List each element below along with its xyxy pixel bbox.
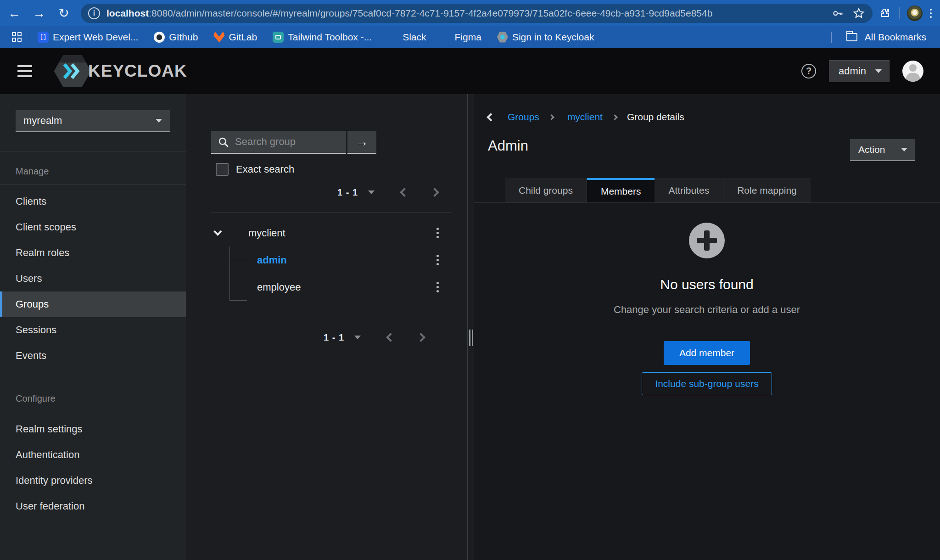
user-dropdown[interactable]: admin xyxy=(829,60,890,82)
tab-attributes[interactable]: Attributes xyxy=(655,178,723,203)
breadcrumb-link-myclient[interactable]: myclient xyxy=(567,112,603,123)
bookmark-label: Slack xyxy=(403,32,426,43)
pagination-options-icon[interactable] xyxy=(368,190,375,194)
toolbar-separator xyxy=(899,7,900,19)
help-icon[interactable]: ? xyxy=(801,64,816,78)
keycloak-brand[interactable]: KEYCLOAK xyxy=(50,55,187,87)
sidebar-item-users[interactable]: Users xyxy=(0,266,186,291)
keycloak-favicon xyxy=(497,32,508,43)
sidebar-divider xyxy=(0,184,186,185)
bookmark-label: Expert Web Devel... xyxy=(53,32,138,43)
all-bookmarks-button[interactable]: All Bookmarks xyxy=(865,32,926,43)
detail-tabs: Child groups Members Attributes Role map… xyxy=(505,178,811,203)
brand-text: KEYCLOAK xyxy=(88,62,187,81)
breadcrumb-back-icon[interactable] xyxy=(487,113,495,121)
expand-toggle-icon[interactable] xyxy=(213,227,222,235)
search-submit-button[interactable]: → xyxy=(347,131,376,154)
nav-item-label: Clients xyxy=(16,196,46,207)
sidebar-nav: myrealm Manage Clients Client scopes Rea… xyxy=(0,94,186,560)
sidebar-item-groups[interactable]: Groups xyxy=(0,291,186,317)
browser-toolbar: ← → ↻ i localhost:8080/admin/master/cons… xyxy=(0,0,940,26)
tailwind-favicon xyxy=(273,32,284,43)
tab-members[interactable]: Members xyxy=(587,178,655,203)
bookmark-gitlab[interactable]: GitLab xyxy=(213,32,257,43)
browser-profile-avatar[interactable] xyxy=(907,6,923,21)
tab-role-mapping[interactable]: Role mapping xyxy=(723,178,811,203)
nav-item-label: Realm settings xyxy=(16,423,83,435)
bookmark-label: GIthub xyxy=(169,32,198,43)
tree-row-admin[interactable]: admin xyxy=(186,246,467,274)
chevron-down-icon xyxy=(156,119,162,123)
add-member-button[interactable]: Add member xyxy=(664,341,750,365)
bookmark-expert-web[interactable]: [] Expert Web Devel... xyxy=(38,32,138,43)
nav-item-label: User federation xyxy=(16,500,84,512)
tree-row-employee[interactable]: employee xyxy=(186,274,467,301)
action-dropdown-button[interactable]: Action xyxy=(850,139,915,161)
chevron-down-icon xyxy=(901,148,907,151)
pagination-top: 1 - 1 xyxy=(337,184,438,201)
group-child-label[interactable]: employee xyxy=(257,281,301,293)
user-avatar[interactable] xyxy=(902,61,923,82)
bookmark-github[interactable]: GIthub xyxy=(154,32,198,43)
section-label-configure: Configure xyxy=(16,393,56,404)
forward-icon[interactable]: → xyxy=(28,3,50,24)
reload-icon[interactable]: ↻ xyxy=(53,3,74,24)
nav-item-label: Events xyxy=(16,350,46,362)
resize-grip-icon xyxy=(469,330,473,346)
sidebar-item-sessions[interactable]: Sessions xyxy=(0,317,186,343)
sidebar-item-user-federation[interactable]: User federation xyxy=(0,493,186,519)
nav-item-label: Sessions xyxy=(16,324,56,336)
kebab-menu-icon[interactable] xyxy=(434,225,442,241)
sidebar-item-realm-roles[interactable]: Realm roles xyxy=(0,240,186,266)
search-icon xyxy=(218,136,229,148)
user-dropdown-label: admin xyxy=(839,65,866,77)
sidebar-item-events[interactable]: Events xyxy=(0,343,186,369)
kebab-menu-icon[interactable] xyxy=(434,279,442,295)
extensions-icon[interactable] xyxy=(879,7,892,20)
sidebar-item-clients[interactable]: Clients xyxy=(0,189,186,214)
address-bar[interactable]: i localhost:8080/admin/master/console/#/… xyxy=(81,4,873,23)
site-info-icon[interactable]: i xyxy=(88,7,100,19)
bookmark-tailwind-toolbox[interactable]: Tailwind Toolbox -... xyxy=(273,32,372,43)
folder-icon xyxy=(846,33,857,41)
url-text[interactable]: localhost:8080/admin/master/console/#/my… xyxy=(106,8,826,19)
exact-search-checkbox[interactable] xyxy=(216,163,229,176)
nav-item-label: Groups xyxy=(16,298,49,310)
plus-circle-icon xyxy=(689,223,725,258)
tree-row-myclient[interactable]: myclient xyxy=(186,219,467,246)
previous-page-icon[interactable] xyxy=(386,333,395,342)
chevron-down-icon xyxy=(875,69,882,73)
sidebar-item-client-scopes[interactable]: Client scopes xyxy=(0,214,186,240)
pagination-range: 1 - 1 xyxy=(337,187,358,198)
next-page-icon[interactable] xyxy=(430,188,439,197)
realm-selector[interactable]: myrealm xyxy=(16,110,170,132)
password-key-icon[interactable] xyxy=(831,7,844,20)
empty-state-description: Change your search criteria or add a use… xyxy=(614,304,800,316)
previous-page-icon[interactable] xyxy=(400,188,409,197)
sidebar-item-authentication[interactable]: Authentication xyxy=(0,442,186,468)
back-icon[interactable]: ← xyxy=(4,3,25,24)
breadcrumb-separator-icon xyxy=(548,114,554,120)
sidebar-divider xyxy=(0,412,186,412)
panel-resize-handle[interactable] xyxy=(467,94,474,560)
group-child-label[interactable]: admin xyxy=(257,254,287,266)
bookmark-slack[interactable]: Slack xyxy=(387,32,426,43)
tab-child-groups[interactable]: Child groups xyxy=(505,178,587,203)
browser-menu-icon[interactable] xyxy=(930,9,932,18)
include-subgroup-users-button[interactable]: Include sub-group users xyxy=(642,372,772,395)
search-group-input[interactable] xyxy=(211,131,346,154)
bookmark-keycloak-signin[interactable]: Sign in to Keycloak xyxy=(497,32,594,43)
group-root-label[interactable]: myclient xyxy=(248,227,285,239)
apps-grid-icon[interactable] xyxy=(12,32,22,42)
pagination-options-icon[interactable] xyxy=(354,336,361,339)
next-page-icon[interactable] xyxy=(416,333,425,342)
sidebar-item-identity-providers[interactable]: Identity providers xyxy=(0,468,186,493)
bookmark-star-icon[interactable] xyxy=(852,7,865,20)
bookmark-figma[interactable]: Figma xyxy=(442,32,481,43)
breadcrumb-link-groups[interactable]: Groups xyxy=(508,112,539,123)
group-details-panel: Groups myclient Group details Admin Acti… xyxy=(474,94,940,560)
url-host: localhost xyxy=(106,8,149,18)
kebab-menu-icon[interactable] xyxy=(434,252,442,268)
nav-toggle-icon[interactable] xyxy=(17,65,32,77)
sidebar-item-realm-settings[interactable]: Realm settings xyxy=(0,416,186,442)
